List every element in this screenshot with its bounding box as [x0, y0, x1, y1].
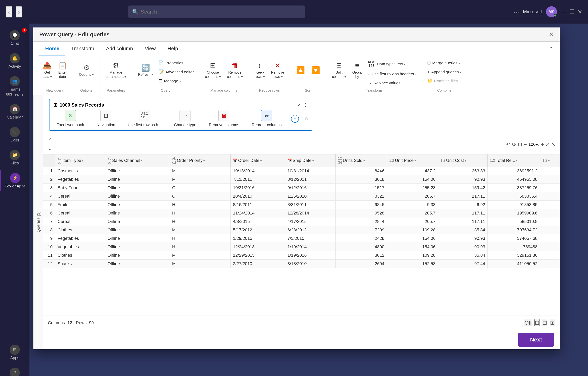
cell-item-type: Cereal — [55, 209, 105, 218]
remove-rows-button[interactable]: ✕ Removerows ▾ — [268, 59, 287, 82]
pipeline-step-change-type[interactable]: ↔ Change type — [171, 110, 199, 127]
view-off-button[interactable]: Off — [524, 319, 532, 326]
sidebar-item-files[interactable]: 📁 Files — [0, 147, 30, 168]
close-button[interactable]: ✕ — [577, 9, 582, 15]
th-sales-channel[interactable]: abcd Sales Channel ▾ — [105, 155, 170, 167]
cell-order-date: 5/17/2012 — [231, 226, 285, 234]
undo-button[interactable]: ↶ — [506, 142, 510, 147]
sidebar-item-activity[interactable]: 🔔 Activity — [0, 51, 30, 72]
minimize-button[interactable]: — — [561, 9, 567, 15]
data-area[interactable]: abcd Item Type ▾ abcd Sales Channel ▾ — [43, 154, 560, 315]
tab-add-column[interactable]: Add column — [100, 42, 139, 56]
pipeline-step-navigation[interactable]: ⊞ Navigation — [94, 110, 118, 127]
ribbon-tabs: Home Transform Add column View Help ⌃ — [33, 42, 560, 56]
combine-files-button[interactable]: 📁 Combine files — [425, 77, 463, 85]
sidebar-item-calls[interactable]: 📞 Calls — [0, 124, 30, 145]
maximize-button[interactable]: ❐ — [569, 9, 575, 15]
sidebar-item-apps[interactable]: ⊞ Apps — [0, 342, 30, 363]
collapse-up-button[interactable]: ⌃ — [47, 136, 53, 145]
row-collapse-arrows: ⌃ ⌄ — [47, 136, 53, 153]
first-row-headers-button[interactable]: ≡ Use first row as headers ▾ — [366, 70, 419, 78]
properties-button[interactable]: 📄 Properties — [157, 59, 196, 67]
table-row: 6 Cereal Online H 11/24/2014 12/28/2014 … — [43, 209, 560, 218]
sidebar-item-calendar[interactable]: 📅 Calendar — [0, 101, 30, 122]
avatar[interactable]: MS — [546, 6, 557, 17]
pipeline-step-reorder-columns[interactable]: ⇔ Reorder columns — [249, 110, 285, 127]
cell-order-date: 8/16/2011 — [231, 200, 285, 209]
th-order-date[interactable]: 📅 Order Date ▾ — [231, 155, 285, 167]
right-content: ⊞ 1000 Sales Records ⤢ ⋮ X Excel workboo… — [43, 95, 560, 349]
sidebar-item-label: Calendar — [7, 115, 22, 119]
expand-button[interactable]: ⤢ — [545, 142, 550, 147]
zoom-in-button[interactable]: + — [541, 142, 544, 147]
advanced-editor-button[interactable]: 📝 Advanced editor — [157, 68, 196, 76]
sidebar-item-teams[interactable]: 👥 Teams 883 Teams — [0, 73, 30, 99]
collapse-down-button[interactable]: ⌄ — [47, 145, 53, 153]
manage-parameters-button[interactable]: ⚙ Manageparameters ▾ — [103, 59, 129, 82]
next-button[interactable]: Next — [518, 333, 554, 347]
sidebar-item-powerapps[interactable]: ⚡ Power Apps — [0, 170, 30, 191]
group-by-button[interactable]: ≡ Groupby — [350, 59, 365, 82]
th-ship-date[interactable]: 📅 Ship Date ▾ — [285, 155, 336, 167]
nav-back-button[interactable]: ‹ — [6, 6, 12, 18]
cell-order-date: 12/29/2015 — [231, 251, 285, 260]
pipeline-expand-button[interactable]: ⤢ — [297, 102, 301, 108]
pipeline-step-first-row[interactable]: ABC123 Use first row as h... — [125, 110, 165, 127]
th-units-sold[interactable]: 1234 Units Sold ▾ — [336, 155, 387, 167]
sort-az-button[interactable]: 🔼 — [293, 59, 308, 82]
tab-view[interactable]: View — [139, 42, 162, 56]
tab-transform[interactable]: Transform — [65, 42, 100, 56]
zoom-out-button[interactable]: − — [524, 142, 527, 147]
th-unit-cost[interactable]: 1.2 Unit Cost ▾ — [438, 155, 488, 167]
collapse-button[interactable]: ⤡ — [551, 142, 556, 147]
th-total-revenue[interactable]: 1.2 Total Re... ▾ — [488, 155, 540, 167]
sidebar-item-label: Apps — [10, 355, 19, 360]
cell-item-type: Vegetables — [55, 243, 105, 251]
ribbon-group-sort: 🔼 🔽 Sort — [290, 58, 326, 93]
modal-close-button[interactable]: ✕ — [548, 31, 554, 38]
pipeline-more-button[interactable]: ⋮ — [303, 102, 308, 108]
th-order-priority[interactable]: abcd Order Priority ▾ — [170, 155, 231, 167]
sidebar-item-chat[interactable]: 💬 Chat 1 — [0, 28, 30, 49]
tab-home[interactable]: Home — [39, 42, 65, 56]
fit-button[interactable]: ⊡ — [518, 142, 522, 147]
view-columns-button[interactable]: ⊞ — [535, 319, 540, 326]
search-input[interactable] — [141, 9, 301, 15]
enter-data-button[interactable]: 📋 Enterdata — [55, 59, 70, 82]
options-button[interactable]: ⚙ Options ▾ — [76, 59, 96, 82]
data-type-button[interactable]: ABC123 Data type: Text ▾ — [366, 59, 419, 69]
cell-col10 — [540, 251, 559, 260]
split-column-button[interactable]: ⊞ Splitcolumn ▾ — [329, 59, 349, 82]
manage-button[interactable]: ☰ Manage ▾ — [157, 77, 196, 85]
ribbon-collapse-button[interactable]: ⌃ — [548, 45, 554, 53]
pipeline-add-step-button[interactable]: + — [291, 115, 299, 123]
cell-unit-price: 109.28 — [387, 251, 438, 260]
more-options-button[interactable]: ··· — [514, 8, 519, 15]
view-grid-button[interactable]: ⊞ — [550, 319, 555, 326]
refresh-view-button[interactable]: ⟳ — [512, 142, 516, 147]
manage-columns-label: Manage columns — [199, 88, 249, 93]
append-queries-button[interactable]: + Append queries ▾ — [425, 68, 463, 76]
sidebar-item-help[interactable]: ? Help — [0, 365, 30, 376]
replace-values-button[interactable]: ↔ Replace values — [366, 79, 419, 87]
th-unit-price[interactable]: 1.2 Unit Price ▾ — [387, 155, 438, 167]
th-col10[interactable]: 1.2 ▾ — [540, 155, 559, 167]
sort-item-type-icon: ▾ — [82, 159, 84, 163]
sort-order-date-icon: ▾ — [260, 159, 262, 163]
keep-rows-button[interactable]: ↕ Keeprows ▾ — [252, 59, 267, 82]
remove-columns-button[interactable]: 🗑 Removecolumns ▾ — [224, 59, 246, 82]
pipeline-step-remove-columns[interactable]: ⊠ Remove columns — [206, 110, 242, 127]
refresh-button[interactable]: 🔄 Refresh ▾ — [135, 59, 156, 82]
cell-total-revenue: 1959909.6 — [488, 209, 540, 218]
th-item-type[interactable]: abcd Item Type ▾ — [55, 155, 105, 167]
cell-ship-date: 10/31/2014 — [285, 167, 336, 175]
tab-help[interactable]: Help — [162, 42, 184, 56]
nav-forward-button[interactable]: › — [16, 6, 22, 18]
view-table-button[interactable]: ⊟ — [542, 319, 547, 326]
pipeline-step-excel-workbook[interactable]: X Excel workbook — [53, 110, 87, 127]
sort-za-button[interactable]: 🔽 — [309, 59, 323, 82]
choose-columns-button[interactable]: ⊞ Choosecolumns ▾ — [202, 59, 224, 82]
get-data-button[interactable]: 📥 Getdata ▾ — [40, 59, 54, 82]
cell-item-type: Clothes — [55, 251, 105, 260]
merge-queries-button[interactable]: ⊞ Merge queries ▾ — [425, 59, 463, 67]
